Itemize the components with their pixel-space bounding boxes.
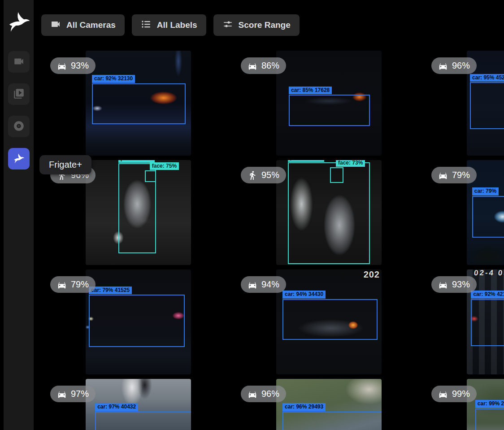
bounding-box: car: 79% (472, 196, 504, 238)
bounding-box: car: 92% 4218 (471, 299, 504, 346)
bounding-box-label: car: 79% 41525 (89, 287, 132, 295)
car-icon (248, 389, 257, 399)
score-range-label: Score Range (239, 20, 291, 30)
snapshot-cell: car: 92% 32130 93% (43, 48, 234, 158)
bounding-box-label: face: 75% (150, 162, 179, 170)
snapshot-thumbnail[interactable]: person: 96%face: 75% (86, 160, 191, 265)
snapshot-thumbnail[interactable]: car: 96% 29493 (276, 379, 382, 430)
bounding-box-label: car: 95% 45260 (470, 74, 504, 82)
person-icon (248, 170, 257, 180)
snapshot-cell: car: 95% 45260 96% (424, 48, 504, 158)
bounding-box: car: 96% 29493 (282, 412, 382, 430)
snapshot-thumbnail[interactable]: car: 92% 421802-4 03 (467, 269, 504, 374)
sidebar (0, 0, 36, 430)
filter-toolbar: All Cameras All Labels Score Range (41, 14, 300, 36)
bounding-box: car: 94% 34430 (282, 299, 378, 340)
car-icon (248, 280, 257, 290)
review-icon (13, 88, 25, 101)
bounding-box: car: 95% 45260 (470, 82, 504, 129)
snapshot-thumbnail[interactable]: car: 92% 32130 (86, 51, 191, 156)
snapshot-thumbnail[interactable]: car: 94% 34430202 (276, 269, 382, 374)
camera-icon (13, 56, 25, 69)
snapshot-cell: person: 94%face: 73% 95% (234, 158, 424, 267)
snapshot-cell: car: 92% 421802-4 03 93% (424, 267, 504, 377)
snapshot-cell: car: 79% 79% (424, 158, 504, 267)
bounding-box: car: 97% 40432 (95, 412, 191, 430)
all-cameras-button[interactable]: All Cameras (41, 14, 125, 36)
sidebar-item-review[interactable] (8, 83, 30, 105)
bounding-box-label: car: 92% 32130 (92, 75, 135, 83)
snapshot-cell: car: 97% 40432 97% (43, 377, 234, 430)
snapshot-thumbnail[interactable]: car: 79% (467, 160, 504, 265)
sidebar-item-recordings[interactable] (8, 116, 30, 137)
car-icon (248, 61, 257, 71)
camera-icon (50, 19, 61, 32)
bounding-box: car: 79% 41525 (89, 295, 185, 347)
snapshot-cell: car: 79% 41525 79% (43, 267, 234, 377)
bounding-box-label: car: 85% 17628 (289, 87, 332, 95)
snapshot-thumbnail[interactable]: car: 97% 40432 (86, 379, 191, 430)
list-icon (141, 19, 152, 32)
bounding-box-label: person: 94% (288, 160, 324, 162)
bounding-box: face: 75% (145, 170, 156, 182)
snapshot-thumbnail[interactable]: person: 94%face: 73% (276, 160, 382, 265)
score-range-button[interactable]: Score Range (213, 14, 300, 36)
bounding-box-label: face: 73% (336, 160, 365, 167)
frigate-logo-icon (6, 9, 31, 34)
snapshot-cell: car: 94% 34430202 94% (234, 267, 424, 377)
snapshot-cell: car: 96% 29493 96% (234, 377, 424, 430)
snapshot-grid: car: 92% 32130 93% car: 85% 17628 86% ca… (43, 48, 504, 430)
bounding-box-label: car: 96% 29493 (282, 403, 326, 411)
bounding-box-label: car: 94% 34430 (282, 291, 326, 299)
bounding-box: car: 85% 17628 (289, 95, 370, 126)
frigate-plus-tooltip: Frigate+ (39, 155, 91, 174)
bounding-box-label: car: 92% 4218 (471, 291, 504, 299)
snapshot-thumbnail[interactable]: car: 99% 25 (467, 379, 504, 430)
car-icon (438, 280, 448, 290)
sidebar-nav (8, 51, 30, 169)
snapshot-thumbnail[interactable]: car: 95% 45260 (467, 51, 504, 156)
all-cameras-label: All Cameras (66, 20, 116, 30)
bounding-box: car: 92% 32130 (92, 83, 186, 124)
bounding-box-label: car: 99% 25 (475, 400, 504, 408)
sidebar-item-frigate-plus[interactable] (8, 148, 30, 169)
bounding-box-label: car: 79% (472, 187, 499, 195)
car-icon (438, 170, 448, 180)
snapshot-thumbnail[interactable]: car: 79% 41525 (86, 269, 191, 374)
car-icon (57, 61, 67, 71)
all-labels-button[interactable]: All Labels (132, 14, 206, 36)
car-icon (438, 61, 448, 71)
snapshot-cell: car: 85% 17628 86% (234, 48, 424, 158)
car-icon (438, 389, 448, 399)
car-icon (57, 389, 67, 399)
camera-timestamp: 02-4 03 (474, 269, 504, 278)
car-icon (57, 280, 67, 290)
bounding-box: face: 73% (330, 167, 344, 183)
all-labels-label: All Labels (157, 20, 197, 30)
bounding-box: person: 94% (288, 162, 370, 264)
bounding-box: car: 99% 25 (475, 408, 504, 430)
snapshot-thumbnail[interactable]: car: 85% 17628 (276, 51, 382, 156)
camera-timestamp: 202 (364, 269, 380, 280)
frigate-plus-icon (13, 152, 25, 165)
record-icon (13, 120, 25, 133)
sidebar-item-live[interactable] (8, 51, 30, 73)
snapshot-cell: car: 99% 25 99% (424, 377, 504, 430)
sliders-icon (222, 19, 233, 32)
bounding-box-label: car: 97% 40432 (95, 403, 138, 411)
